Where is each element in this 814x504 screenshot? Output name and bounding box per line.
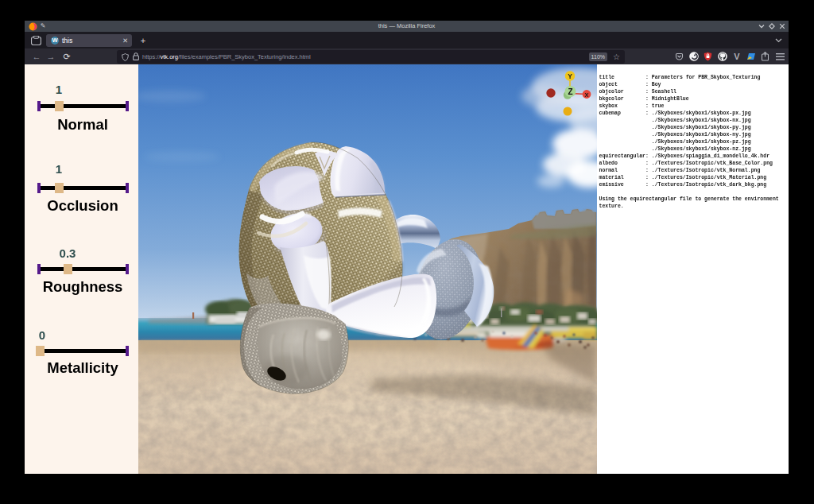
svg-text:Z: Z xyxy=(568,87,572,96)
svg-text:Y: Y xyxy=(568,72,572,80)
svg-text:X: X xyxy=(584,91,588,99)
